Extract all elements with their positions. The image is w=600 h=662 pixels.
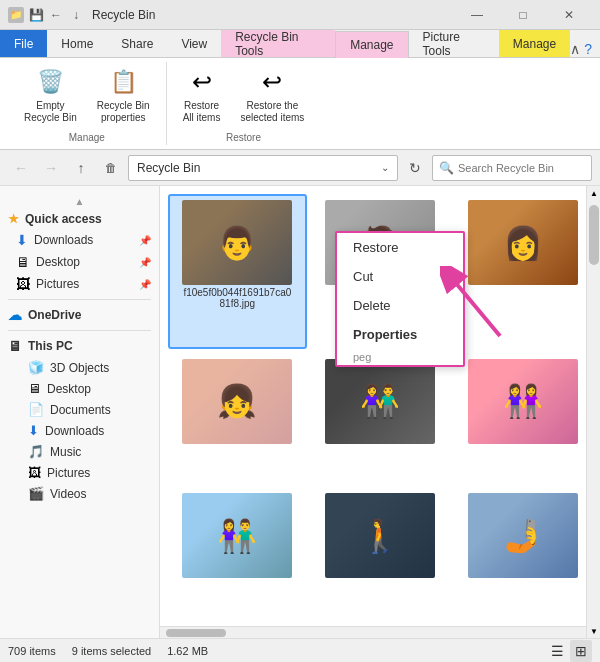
address-chevron-icon[interactable]: ⌄ [381,162,389,173]
address-path[interactable]: Recycle Bin ⌄ [128,155,398,181]
tab-home[interactable]: Home [47,30,107,57]
tab-view[interactable]: View [167,30,221,57]
location-icon: 🗑 [98,155,124,181]
sidebar-item-documents[interactable]: 📄 Documents [0,399,159,420]
sidebar-scroll-up[interactable]: ▲ [75,196,85,207]
quick-access-toolbar-icon2[interactable]: ← [48,7,64,23]
back-button[interactable]: ← [8,155,34,181]
up-button[interactable]: ↑ [68,155,94,181]
horizontal-scrollbar-thumb[interactable] [166,629,226,637]
horizontal-scrollbar[interactable] [160,626,600,638]
scrollbar-up-button[interactable]: ▲ [587,186,600,200]
this-pc-label: This PC [28,339,151,353]
context-menu-properties[interactable]: Properties [337,320,463,349]
sidebar-item-desktop[interactable]: 🖥 Desktop [0,378,159,399]
refresh-button[interactable]: ↻ [402,155,428,181]
pictures-qa-pin-icon: 📌 [139,279,151,290]
file-scrollbar[interactable]: ▲ ▼ [586,186,600,638]
quick-access-toolbar-icon1[interactable]: 💾 [28,7,44,23]
ribbon-group-manage: 🗑️ EmptyRecycle Bin 📋 Recycle Binpropert… [8,62,167,145]
close-button[interactable]: ✕ [546,0,592,30]
minimize-button[interactable]: — [454,0,500,30]
forward-button[interactable]: → [38,155,64,181]
search-box[interactable]: 🔍 [432,155,592,181]
quick-access-section: ★ Quick access ⬇ Downloads 📌 🖥 Desktop 📌… [0,209,159,295]
pictures-qa-icon: 🖼 [16,276,30,292]
search-icon: 🔍 [439,161,454,175]
file-item[interactable]: 👫 [168,487,307,618]
downloads-icon: ⬇ [28,423,39,438]
file-item[interactable]: 🚶 [311,487,450,618]
empty-recycle-bin-button[interactable]: 🗑️ EmptyRecycle Bin [18,62,83,128]
recycle-bin-properties-button[interactable]: 📋 Recycle Binproperties [91,62,156,128]
context-menu-restore[interactable]: Restore [337,233,463,262]
tab-picture-tools[interactable]: Picture Tools [409,30,499,57]
quick-access-icon: ★ [8,212,19,226]
details-view-button[interactable]: ☰ [546,640,568,662]
quick-access-toolbar-icon3[interactable]: ↓ [68,7,84,23]
restore-all-items-button[interactable]: ↩ RestoreAll items [177,62,227,128]
file-thumbnail: 👫 [325,359,435,444]
sidebar-item-this-pc[interactable]: 🖥 This PC [0,335,159,357]
sidebar-item-onedrive[interactable]: ☁ OneDrive [0,304,159,326]
item-count: 709 items [8,645,56,657]
sidebar-item-downloads[interactable]: ⬇ Downloads [0,420,159,441]
desktop-label: Desktop [47,382,151,396]
sidebar-item-videos[interactable]: 🎬 Videos [0,483,159,504]
file-item[interactable]: 🤳 [453,487,592,618]
context-menu-filename: peg [337,349,463,365]
restore-selected-button[interactable]: ↩ Restore theselected items [234,62,310,128]
desktop-icon: 🖥 [28,381,41,396]
scrollbar-down-button[interactable]: ▼ [587,624,600,638]
sidebar-item-quick-access[interactable]: ★ Quick access [0,209,159,229]
documents-label: Documents [50,403,151,417]
file-name: f10e5f0b044f1691b7ca081f8.jpg [182,287,292,309]
help-icon[interactable]: ? [584,41,592,57]
large-icons-view-button[interactable]: ⊞ [570,640,592,662]
desktop-qa-pin-icon: 📌 [139,257,151,268]
file-item[interactable]: 👭 [453,353,592,484]
title-bar-icons: 📁 💾 ← ↓ [8,7,84,23]
videos-label: Videos [50,487,151,501]
scrollbar-thumb[interactable] [589,205,599,265]
file-item[interactable]: 👩 [453,194,592,349]
file-area: 👨 f10e5f0b044f1691b7ca081f8.jpg 🧑 👩 👧 [160,186,600,638]
scrollbar-track[interactable] [587,200,600,624]
tab-file[interactable]: File [0,30,47,57]
3d-objects-label: 3D Objects [50,361,151,375]
ribbon-collapse-icon[interactable]: ∧ [570,41,580,57]
view-controls: ☰ ⊞ [546,640,592,662]
sidebar-item-downloads-qa[interactable]: ⬇ Downloads 📌 [0,229,159,251]
file-item[interactable]: 👧 [168,353,307,484]
empty-recycle-bin-label: EmptyRecycle Bin [24,100,77,124]
file-item[interactable]: 👫 [311,353,450,484]
tab-recycle-tools[interactable]: Recycle Bin Tools [221,30,335,57]
pictures-icon: 🖼 [28,465,41,480]
file-thumbnail: 👫 [182,493,292,578]
tab-manage-active[interactable]: Manage [335,31,408,58]
maximize-button[interactable]: □ [500,0,546,30]
music-label: Music [50,445,151,459]
context-menu-cut[interactable]: Cut [337,262,463,291]
ribbon-group-restore: ↩ RestoreAll items ↩ Restore theselected… [167,62,321,145]
this-pc-icon: 🖥 [8,338,22,354]
context-menu: Restore Cut Delete Properties peg [335,231,465,367]
context-menu-delete[interactable]: Delete [337,291,463,320]
sidebar-item-pictures[interactable]: 🖼 Pictures [0,462,159,483]
selected-size: 1.62 MB [167,645,208,657]
sidebar-item-desktop-qa[interactable]: 🖥 Desktop 📌 [0,251,159,273]
downloads-qa-pin-icon: 📌 [139,235,151,246]
sidebar-item-music[interactable]: 🎵 Music [0,441,159,462]
videos-icon: 🎬 [28,486,44,501]
tab-manage-picture[interactable]: Manage [499,30,570,57]
tab-share[interactable]: Share [107,30,167,57]
main-content: ▲ ★ Quick access ⬇ Downloads 📌 🖥 Desktop… [0,186,600,638]
status-bar: 709 items 9 items selected 1.62 MB ☰ ⊞ [0,638,600,662]
onedrive-icon: ☁ [8,307,22,323]
file-item[interactable]: 👨 f10e5f0b044f1691b7ca081f8.jpg [168,194,307,349]
title-bar: 📁 💾 ← ↓ Recycle Bin — □ ✕ [0,0,600,30]
sidebar-item-3d-objects[interactable]: 🧊 3D Objects [0,357,159,378]
sidebar-item-pictures-qa[interactable]: 🖼 Pictures 📌 [0,273,159,295]
recycle-bin-properties-icon: 📋 [107,66,139,98]
search-input[interactable] [458,162,585,174]
